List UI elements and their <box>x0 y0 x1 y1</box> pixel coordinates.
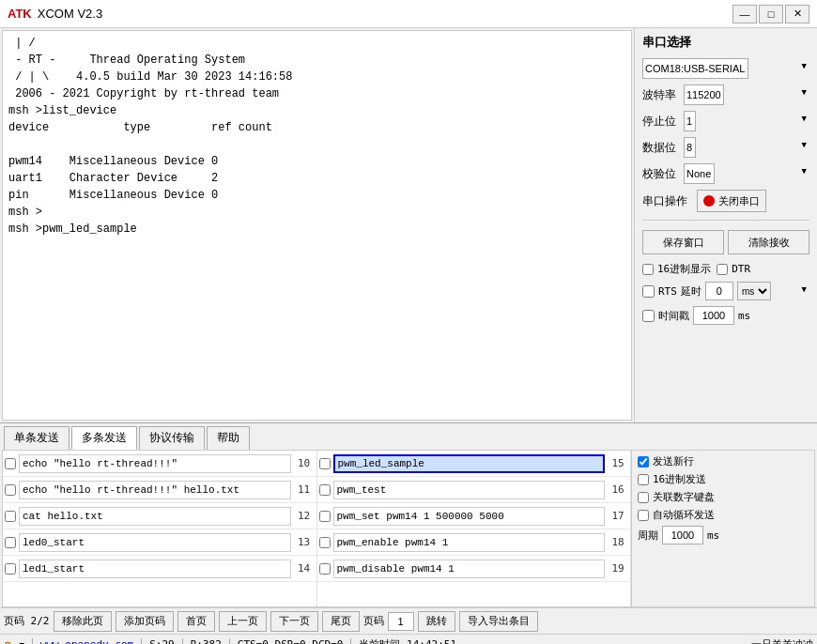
website-link[interactable]: www.openedv.com <box>40 638 133 644</box>
left-row-input-0[interactable] <box>19 454 291 473</box>
left-row-input-3[interactable] <box>19 533 291 552</box>
right-row-checkbox-0[interactable] <box>319 458 331 469</box>
baud-rate-select[interactable]: 115200 <box>684 84 724 105</box>
page-num-input[interactable] <box>388 612 414 631</box>
stop-bits-section: 停止位 1 <box>642 111 809 131</box>
left-row-input-1[interactable] <box>19 481 291 499</box>
close-button[interactable]: ✕ <box>785 5 809 23</box>
stop-bits-select[interactable]: 1 <box>684 111 696 131</box>
last-page-button[interactable]: 尾页 <box>322 611 360 632</box>
right-row-checkbox-2[interactable] <box>319 511 331 522</box>
save-window-button[interactable]: 保存窗口 <box>642 230 724 254</box>
tab-single[interactable]: 单条发送 <box>4 426 69 450</box>
clear-receive-button[interactable]: 清除接收 <box>728 230 809 254</box>
close-port-label: 关闭串口 <box>718 194 760 208</box>
left-send-column: 10 11 12 13 14 <box>3 451 317 606</box>
app-logo: ATK <box>8 7 32 21</box>
left-row-checkbox-1[interactable] <box>5 484 16 496</box>
keyboard-label: 关联数字键盘 <box>653 490 715 504</box>
data-bits-wrapper: 8 <box>684 137 809 158</box>
prev-page-button[interactable]: 上一页 <box>219 611 267 632</box>
title-bar-left: ATK XCOM V2.3 <box>8 7 102 21</box>
right-send-column: 15 16 17 18 19 <box>317 451 632 606</box>
delay-unit-select[interactable]: ms <box>737 282 771 300</box>
baud-rate-wrapper: 115200 <box>684 84 809 105</box>
right-row-input-0[interactable] <box>333 454 606 473</box>
timestamp-unit: ms <box>738 310 750 322</box>
terminal-content[interactable]: | / - RT - Thread Operating System / | \… <box>3 31 631 420</box>
left-send-row-1: 11 <box>3 477 316 503</box>
left-row-checkbox-3[interactable] <box>5 537 16 548</box>
right-row-num-3: 18 <box>608 536 628 548</box>
right-row-num-2: 17 <box>608 510 628 522</box>
right-send-row-3: 18 <box>317 529 631 556</box>
left-row-checkbox-0[interactable] <box>5 458 16 469</box>
timestamp-period-input[interactable] <box>693 306 734 325</box>
port-select-title: 串口选择 <box>642 34 809 51</box>
dropdown-icon[interactable]: ▼ <box>19 640 23 645</box>
send-period-unit: ms <box>707 529 719 542</box>
hex-display-checkbox[interactable] <box>642 264 654 275</box>
port-op-label: 串口操作 <box>642 193 691 209</box>
jump-button[interactable]: 跳转 <box>418 611 455 632</box>
maximize-button[interactable]: □ <box>759 5 783 23</box>
add-page-button[interactable]: 添加页码 <box>116 611 174 632</box>
status-divider-3 <box>182 638 183 645</box>
data-bits-select[interactable]: 8 <box>684 137 696 158</box>
right-row-input-1[interactable] <box>333 481 606 499</box>
rts-checkbox[interactable] <box>642 285 655 298</box>
right-row-num-1: 16 <box>608 483 628 496</box>
tab-help[interactable]: 帮助 <box>207 426 250 450</box>
status-divider-1 <box>32 638 33 645</box>
hex-send-label: 16进制发送 <box>653 472 706 486</box>
rts-delay-row: RTS 延时 ms <box>642 282 809 300</box>
timestamp-checkbox[interactable] <box>642 310 655 322</box>
left-row-checkbox-4[interactable] <box>5 563 16 575</box>
keyboard-checkbox[interactable] <box>638 492 649 503</box>
delay-label: 延时 <box>681 284 701 299</box>
bottom-section: 单条发送多条发送协议传输帮助 10 11 12 13 14 15 16 17 <box>0 422 817 634</box>
right-text: 一只羊羊冲冲 <box>751 637 813 644</box>
right-row-checkbox-3[interactable] <box>319 537 331 548</box>
remove-page-button[interactable]: 移除此页 <box>54 611 112 632</box>
right-row-checkbox-4[interactable] <box>319 563 331 575</box>
newline-checkbox[interactable] <box>638 456 649 468</box>
import-export-button[interactable]: 导入导出条目 <box>459 611 538 632</box>
auto-loop-checkbox[interactable] <box>638 510 649 521</box>
close-port-button[interactable]: 关闭串口 <box>697 190 766 212</box>
port-select[interactable]: COM18:USB-SERIAL <box>642 58 748 79</box>
dtr-checkbox[interactable] <box>717 264 728 275</box>
right-row-checkbox-1[interactable] <box>319 484 331 496</box>
left-row-num-0: 10 <box>294 457 315 469</box>
right-send-row-2: 17 <box>317 503 631 529</box>
stop-bits-wrapper: 1 <box>684 111 809 131</box>
status-divider-4 <box>229 638 230 645</box>
next-page-button[interactable]: 下一页 <box>270 611 318 632</box>
first-page-button[interactable]: 首页 <box>177 611 215 632</box>
left-row-checkbox-2[interactable] <box>5 511 16 522</box>
tab-multi[interactable]: 多条发送 <box>71 426 137 450</box>
left-row-num-3: 13 <box>294 536 315 548</box>
delay-input[interactable] <box>705 282 733 300</box>
title-bar: ATK XCOM V2.3 — □ ✕ <box>0 0 817 28</box>
gear-icon[interactable]: ⚙ <box>4 637 11 645</box>
page-label: 页码 2/2 <box>4 614 50 628</box>
send-period-input[interactable] <box>662 526 703 544</box>
rts-label: RTS <box>658 285 677 298</box>
hex-send-checkbox[interactable] <box>638 474 649 485</box>
left-send-row-2: 12 <box>3 503 316 529</box>
send-area: 10 11 12 13 14 15 16 17 18 19 <box>2 450 815 607</box>
parity-select[interactable]: None <box>684 163 715 184</box>
port-select-wrapper: COM18:USB-SERIAL <box>642 58 809 79</box>
right-row-input-3[interactable] <box>333 533 606 552</box>
send-period-label: 周期 <box>638 529 658 543</box>
right-row-input-4[interactable] <box>333 560 606 578</box>
right-send-row-1: 16 <box>317 477 631 503</box>
minimize-button[interactable]: — <box>732 5 757 23</box>
left-row-input-4[interactable] <box>19 560 291 578</box>
right-send-row-4: 19 <box>317 556 631 582</box>
right-row-num-0: 15 <box>608 457 628 469</box>
right-row-input-2[interactable] <box>333 507 606 526</box>
left-row-input-2[interactable] <box>19 507 291 526</box>
tab-protocol[interactable]: 协议传输 <box>139 426 205 450</box>
